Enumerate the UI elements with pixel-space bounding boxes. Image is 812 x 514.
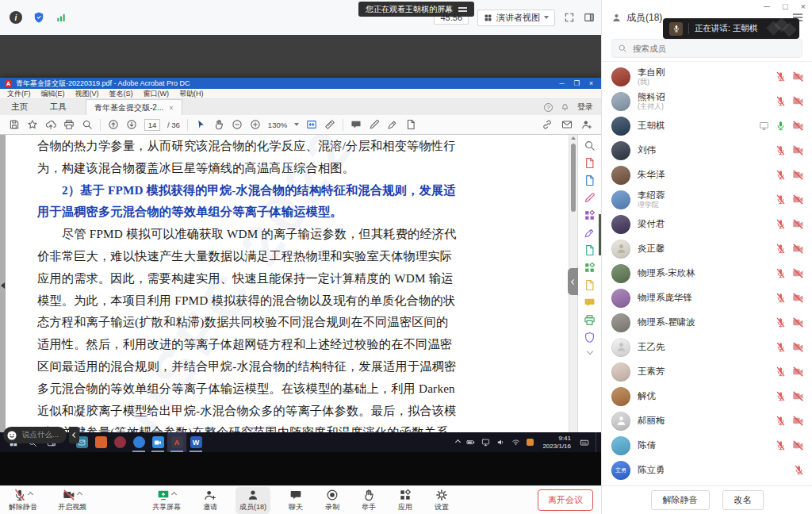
highlight-pen-icon[interactable] [369,119,380,130]
toolbar-mic-off[interactable]: 解除静音 [5,487,41,514]
music-app-icon[interactable] [110,432,129,452]
acrobat-restore-icon[interactable]: ❐ [573,79,580,87]
stamps-icon[interactable] [584,262,596,274]
organize-pages-icon[interactable] [584,209,596,221]
search-tool-icon[interactable] [584,140,596,152]
touch-keyboard-icon[interactable] [580,438,589,447]
member-row[interactable]: 解优 [602,384,812,409]
zoom-level[interactable]: 130% [268,121,287,129]
member-row[interactable]: 炎正馨 [602,236,812,261]
browser-app-icon[interactable] [129,432,148,452]
tab-tools[interactable]: 工具 [39,99,78,115]
toolbar-chat[interactable]: 聊天 [285,487,307,514]
display-tray-icon[interactable] [481,438,490,447]
star-icon[interactable] [27,119,38,130]
comment-icon[interactable] [350,119,362,130]
leave-meeting-button[interactable]: 离开会议 [538,489,593,511]
export-pdf-icon[interactable] [584,175,596,186]
member-list[interactable]: 李自刚(我)熊科诏(主持人)王朝棋刘伟朱华泽李绍蓉理学院梁付君炎正馨物理系-宋欣… [602,62,812,485]
email-icon[interactable] [561,119,573,130]
security-shield-icon[interactable] [33,11,45,24]
unmute-button[interactable]: 解除静音 [651,490,710,510]
member-row[interactable]: 物理系-瞿啸波 [602,310,812,335]
member-row[interactable]: 陈倩 [602,433,812,458]
hand-tool-icon[interactable] [213,119,224,130]
view-mode-button[interactable]: 演讲者视图 [477,10,555,26]
chevron-up-icon[interactable] [171,492,177,497]
measure-tool-icon[interactable] [324,119,335,130]
network-icon[interactable] [511,438,520,447]
member-row[interactable]: 郝丽梅 [602,409,812,433]
collapse-tools-handle[interactable] [568,268,578,295]
chevron-up-icon[interactable] [28,492,33,497]
protect-icon[interactable] [584,332,596,343]
member-row[interactable]: 王素芳 [602,359,812,384]
select-tool-icon[interactable] [195,119,206,130]
scrollbar-thumb[interactable] [571,144,576,212]
office-app-icon[interactable] [91,432,110,452]
toolbar-invite[interactable]: 邀请 [199,487,221,514]
toolbar-members[interactable]: 成员(18) [236,487,270,514]
acrobat-titlebar[interactable]: A 青年基金提交版-20220319.pdf - Adobe Acrobat P… [0,78,601,89]
fit-width-icon[interactable] [306,119,317,130]
toolbar-cam-off[interactable]: 开启视频 [54,487,90,514]
battery-icon[interactable] [466,438,475,447]
toolbar-record[interactable]: 录制 [321,487,343,514]
page-number-input[interactable]: 14 [144,119,160,131]
zoom-dropdown-icon[interactable] [294,123,299,126]
acrobat-app-icon[interactable]: A [167,432,186,452]
comment-icon[interactable] [584,297,596,309]
chat-quick-input[interactable]: 说点什么... [3,427,79,443]
tab-close-icon[interactable]: × [169,104,173,112]
panel-layout-icon[interactable] [584,12,595,23]
toolbar-screen-share-green[interactable]: 共享屏幕 [148,487,185,514]
member-row[interactable]: 立勇陈立勇 [602,458,812,482]
search-icon[interactable] [82,119,93,130]
banner-menu-icon[interactable] [458,7,467,9]
meeting-app-icon[interactable] [148,432,167,452]
next-page-icon[interactable] [126,119,137,130]
print-production-icon[interactable] [584,314,596,326]
fullscreen-icon[interactable] [564,12,575,23]
share-link-icon[interactable] [542,119,553,130]
emoji-icon[interactable] [6,430,17,441]
nav-pane-strip[interactable] [0,135,6,432]
tools-more-icon[interactable] [586,348,592,355]
member-search-input[interactable] [611,39,802,58]
member-row[interactable]: 熊科诏(主持人) [602,89,812,113]
taskbar-clock[interactable]: 9:41 2023/1/16 [540,435,573,450]
maximize-icon[interactable]: □ [783,2,788,11]
member-row[interactable]: 梁付君 [602,212,812,236]
volume-icon[interactable] [496,438,505,447]
member-row[interactable]: 李自刚(我) [602,64,812,89]
menu-edit[interactable]: 编辑(E) [41,89,65,99]
member-row[interactable]: 物理系庞华锋 [602,286,812,310]
antivirus-tray-icon[interactable] [527,439,534,446]
member-row[interactable]: 王乙先 [602,335,812,359]
combine-files-icon[interactable] [584,244,596,256]
show-desktop-button[interactable] [596,432,599,452]
share-upload-icon[interactable] [45,119,56,130]
scroll-up-icon[interactable] [571,136,576,140]
close-icon[interactable]: × [801,2,806,11]
fill-sign-icon[interactable] [584,227,596,239]
menu-help[interactable]: 帮助(H) [179,89,204,99]
toolbar-settings[interactable]: 设置 [431,487,453,514]
toolbar-apps[interactable]: 应用 [394,487,416,514]
menu-sign[interactable]: 签名(S) [109,89,133,99]
tab-document[interactable]: 青年基金提交版-2... × [86,99,182,115]
member-row[interactable]: 李绍蓉理学院 [602,187,812,212]
edit-pdf-icon[interactable] [584,192,596,204]
tab-home[interactable]: 主页 [0,99,39,115]
acrobat-close-icon[interactable]: × [589,79,593,87]
export-page-icon[interactable] [405,119,416,130]
chevron-up-icon[interactable] [77,492,82,497]
member-row[interactable]: 刘伟 [602,138,812,163]
zoom-out-icon[interactable] [232,119,243,130]
meeting-info-icon[interactable]: i [10,11,22,24]
toolbar-hand[interactable]: 举手 [358,487,380,514]
zoom-in-icon[interactable] [250,119,261,130]
print-icon[interactable] [63,119,75,130]
minimize-icon[interactable]: ─ [764,2,770,11]
help-icon[interactable]: ? [544,103,553,112]
